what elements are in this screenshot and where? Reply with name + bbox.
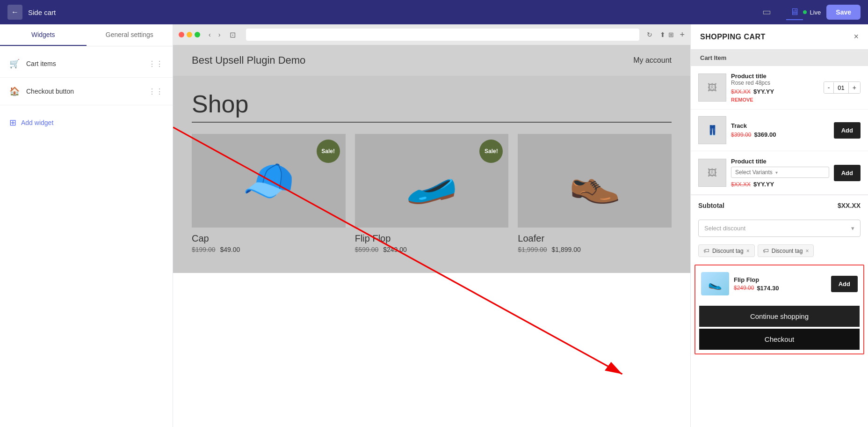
live-label: Live — [810, 9, 821, 16]
shop-divider — [192, 122, 672, 123]
product-2-add-button[interactable]: Add — [834, 122, 861, 139]
browser-nav: ‹ › — [206, 30, 223, 39]
sidebar-tabs: Widgets General settings — [0, 24, 173, 46]
tab-widgets[interactable]: Widgets — [0, 24, 87, 46]
flip-flop-add-button[interactable]: Add — [831, 276, 858, 292]
back-button[interactable]: ← — [7, 5, 22, 20]
sidebar-item-checkout-button[interactable]: 🏠 Checkout button ⋮⋮ — [0, 78, 173, 105]
tag-close-2[interactable]: × — [805, 248, 809, 254]
drag-handle-cart[interactable]: ⋮⋮ — [148, 59, 163, 68]
qty-decrease-button[interactable]: - — [824, 82, 834, 93]
cap-old-price: $199.00 — [192, 246, 216, 253]
flip-flop-emoji: 🥿 — [708, 277, 722, 290]
product-info-flipflop: Flip Flop $599.00 $249.00 — [355, 228, 509, 259]
flip-flop-old-price: $249.00 — [734, 285, 754, 291]
cart-subtotal: Subtotal $XX.XX — [691, 195, 868, 216]
tag-close-1[interactable]: × — [746, 248, 750, 254]
add-icon: ⊞ — [9, 118, 16, 128]
cap-emoji: 🧢 — [242, 156, 295, 206]
variants-arrow-icon: ▾ — [775, 170, 778, 175]
image-placeholder-icon-2: 🖼 — [708, 168, 717, 178]
sale-badge-cap: Sale! — [317, 140, 340, 163]
product-2-info: Track $399.00 $369.00 — [731, 122, 829, 138]
sidebar-item-cart-items[interactable]: 🛒 Cart items ⋮⋮ — [0, 50, 173, 78]
browser-back-btn[interactable]: ‹ — [206, 30, 214, 39]
browser-refresh-icon[interactable]: ↻ — [647, 31, 652, 38]
product-name-cap: Cap — [192, 233, 346, 244]
shop-account-link[interactable]: My account — [633, 56, 672, 65]
product-1-old-price: $XX.XX — [731, 88, 751, 95]
image-placeholder-icon: 🖼 — [708, 82, 717, 93]
product-price-flipflop: $599.00 $249.00 — [355, 246, 509, 253]
product-info-cap: Cap $199.00 $49.00 — [192, 228, 346, 259]
loafer-emoji: 👞 — [569, 156, 621, 206]
product-3-new-price: $YY.YY — [753, 181, 774, 188]
browser-sidebar-btn[interactable]: ⊡ — [227, 29, 239, 40]
back-icon: ← — [11, 8, 19, 16]
flip-flop-image: 🥿 — [701, 272, 729, 295]
product-3-image: 🖼 — [698, 159, 726, 187]
flip-flop-row: 🥿 Flip Flop $249.00 $174.30 Add — [695, 265, 863, 302]
product-card-loafer: 👞 Loafer $1,999.00 $1,899.00 — [518, 134, 672, 259]
product-1-new-price: $YY.YY — [753, 88, 774, 95]
product-card-cap: Sale! 🧢 Cap $199.00 $49.00 — [192, 134, 346, 259]
continue-shopping-button[interactable]: Continue shopping — [699, 306, 860, 327]
product-image-flipflop: Sale! 🥿 — [355, 134, 509, 228]
right-panel: SHOPPING CART × Cart Item 🖼 Product titl… — [690, 24, 868, 427]
live-indicator: Live — [803, 9, 821, 16]
sidebar-items: 🛒 Cart items ⋮⋮ 🏠 Checkout button ⋮⋮ — [0, 46, 173, 109]
qty-value: 01 — [833, 82, 848, 93]
loafer-old-price: $1,999.00 — [518, 246, 547, 253]
tablet-icon[interactable]: ▭ — [759, 4, 775, 20]
qty-increase-button[interactable]: + — [849, 82, 860, 93]
tab-general-settings[interactable]: General settings — [87, 24, 173, 46]
cart-body: 🖼 Product title Rose red 48pcs $XX.XX $Y… — [691, 66, 868, 427]
flipflop-old-price: $599.00 — [355, 246, 379, 253]
top-bar-right: Live Save — [803, 5, 861, 20]
left-sidebar: Widgets General settings 🛒 Cart items ⋮⋮… — [0, 24, 173, 427]
flip-flop-prices: $249.00 $174.30 — [734, 285, 826, 292]
drag-handle-checkout[interactable]: ⋮⋮ — [148, 87, 163, 96]
tag-icon-2: 🏷 — [763, 247, 769, 254]
discount-arrow-icon: ▾ — [851, 225, 854, 232]
product-3-add-button[interactable]: Add — [834, 165, 861, 181]
top-bar: ← Side cart ▭ 🖥 Live Save — [0, 0, 868, 24]
dot-red — [179, 32, 184, 37]
cart-actions: Continue shopping Checkout — [695, 302, 863, 353]
select-variants-dropdown[interactable]: Select Variants ▾ — [731, 167, 829, 178]
shop-site-title: Best Upsell Plugin Demo — [192, 54, 305, 66]
product-1-remove-link[interactable]: REMOVE — [731, 97, 819, 103]
browser-actions: ⬆ ⊞ — [660, 31, 674, 38]
cart-close-button[interactable]: × — [854, 32, 859, 42]
product-1-subtitle: Rose red 48pcs — [731, 80, 819, 86]
cap-new-price: $49.00 — [220, 246, 240, 253]
browser-bookmark-icon[interactable]: ⊞ — [668, 31, 674, 38]
browser-plus-icon[interactable]: + — [680, 30, 685, 40]
discount-tag-1-label: Discount tag — [712, 248, 744, 254]
select-discount-dropdown[interactable]: Select discount ▾ — [698, 220, 861, 237]
subtotal-label: Subtotal — [698, 202, 724, 209]
center-preview: ‹ › ⊡ ↻ ⬆ ⊞ + Best Upsell Plugin Demo My… — [173, 24, 690, 427]
add-widget-button[interactable]: ⊞ Add widget — [0, 109, 173, 136]
browser-dots — [179, 32, 200, 37]
checkout-button[interactable]: Checkout — [699, 329, 860, 350]
browser-share-icon[interactable]: ⬆ — [660, 31, 665, 38]
product-1-title: Product title — [731, 73, 819, 80]
shop-body: Shop Sale! 🧢 Cap $199.00 $49.00 — [173, 76, 690, 273]
product-3-old-price: $XX.XX — [731, 181, 751, 188]
cart-title: SHOPPING CART — [700, 33, 766, 41]
device-switcher: ▭ 🖥 — [759, 4, 803, 20]
product-name-flipflop: Flip Flop — [355, 233, 509, 244]
product-name-loafer: Loafer — [518, 233, 672, 244]
discount-tag-2[interactable]: 🏷 Discount tag × — [758, 244, 814, 257]
product-card-flipflop: Sale! 🥿 Flip Flop $599.00 $249.00 — [355, 134, 509, 259]
browser-fwd-btn[interactable]: › — [216, 30, 224, 39]
desktop-icon[interactable]: 🖥 — [786, 5, 803, 20]
shop-preview: Best Upsell Plugin Demo My account Shop … — [173, 45, 690, 427]
save-button[interactable]: Save — [826, 5, 861, 20]
browser-url-bar[interactable] — [246, 29, 639, 41]
checkout-button-label: Checkout button — [26, 88, 148, 95]
discount-tag-1[interactable]: 🏷 Discount tag × — [698, 244, 755, 257]
loafer-new-price: $1,899.00 — [552, 246, 581, 253]
browser-bar: ‹ › ⊡ ↻ ⬆ ⊞ + — [173, 24, 690, 45]
